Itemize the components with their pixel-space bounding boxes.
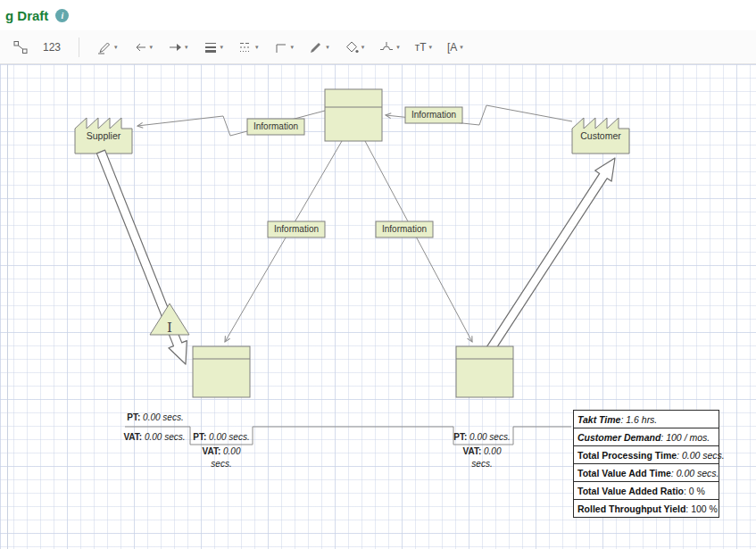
information-label-text: Information — [411, 110, 456, 120]
chevron-down-icon: ▾ — [114, 44, 118, 50]
numbering-button[interactable]: 123 — [38, 37, 65, 57]
vat-label-3: VAT: 0.00 secs. — [456, 445, 508, 470]
production-control-shape[interactable] — [325, 89, 382, 141]
process-box — [456, 346, 513, 397]
pencil-icon — [97, 40, 112, 54]
customer-label: Customer — [580, 130, 621, 141]
process2-shape[interactable] — [456, 346, 513, 397]
table-row: Total Processing Time: 0.00 secs. — [574, 446, 719, 464]
chevron-down-icon: ▾ — [185, 44, 188, 50]
fill-color-icon — [345, 40, 359, 54]
information-label-3[interactable]: Information — [268, 221, 325, 237]
fill-color-button[interactable]: ▾ — [340, 37, 370, 58]
vsm-summary-table[interactable]: Takt Time: 1.6 hrs. Customer Demand: 100… — [573, 410, 719, 518]
toolbar-divider — [79, 37, 79, 57]
information-label-text: Information — [382, 224, 427, 234]
connection-arrows-button[interactable] — [9, 37, 32, 58]
line-style-button[interactable]: ▾ — [234, 37, 263, 58]
chevron-down-icon: ▾ — [255, 44, 259, 50]
info-connector-to-process2[interactable] — [365, 141, 472, 342]
chevron-down-icon: ▾ — [460, 44, 463, 50]
info-connector-to-process1[interactable] — [225, 141, 342, 342]
arrow-left-icon — [133, 40, 147, 54]
table-row: Total Value Added Ratio: 0 % — [574, 482, 719, 500]
information-label-4[interactable]: Information — [376, 221, 433, 237]
brush-button[interactable]: ▾ — [304, 37, 334, 58]
information-label-1[interactable]: Information — [247, 119, 304, 135]
shipment-arrow-customer[interactable] — [486, 158, 615, 353]
supplier-label: Supplier — [87, 130, 121, 141]
brush-icon — [309, 40, 323, 54]
chevron-down-icon: ▾ — [429, 44, 433, 50]
format-toolbar: 123 ▾ ▾ ▾ ▾ ▾ — [0, 30, 756, 64]
information-label-text: Information — [253, 121, 298, 131]
line-jump-button[interactable]: ▾ — [375, 37, 404, 58]
line-jump-icon — [379, 40, 394, 54]
pt-label-3: PT: 0.00 secs. — [450, 431, 514, 444]
chevron-down-icon: ▾ — [361, 44, 365, 50]
vat-label-1: VAT: 0.00 secs. — [119, 431, 190, 444]
text-format-button[interactable]: [A ▾ — [443, 37, 468, 57]
connection-arrows-icon — [13, 40, 28, 54]
dashed-lines-icon — [238, 40, 253, 54]
table-row: Customer Demand: 100 / mos. — [574, 428, 719, 446]
table-row: Takt Time: 1.6 hrs. — [574, 411, 719, 428]
line-weight-icon — [204, 40, 218, 54]
connector-style-button[interactable]: ▾ — [270, 37, 299, 58]
inventory-label: I — [167, 320, 172, 336]
chevron-down-icon: ▾ — [326, 44, 329, 50]
elbow-connector-icon — [274, 40, 288, 54]
inventory-shape[interactable]: I — [150, 304, 189, 336]
pt-label-1: PT: 0.00 secs. — [124, 412, 187, 424]
chevron-down-icon: ▾ — [291, 44, 295, 50]
line-start-button[interactable]: ▾ — [129, 37, 158, 58]
customer-shape[interactable]: Customer — [572, 118, 629, 154]
information-label-2[interactable]: Information — [405, 107, 462, 123]
page-title: g Draft — [5, 8, 48, 23]
supplier-shape[interactable]: Supplier — [75, 118, 132, 154]
table-row: Rolled Throughput Yield: 100 % — [574, 500, 719, 517]
edge-style-button[interactable]: ▾ — [93, 37, 122, 58]
info-icon[interactable]: i — [55, 9, 69, 22]
vat-label-2: VAT: 0.00 secs. — [195, 445, 247, 470]
information-label-text: Information — [274, 224, 319, 234]
chevron-down-icon: ▾ — [220, 44, 224, 50]
process1-shape[interactable] — [193, 346, 250, 397]
text-format-icon: [A — [447, 41, 457, 54]
font-size-button[interactable]: тT ▾ — [411, 37, 436, 57]
line-weight-button[interactable]: ▾ — [199, 37, 228, 58]
pt-label-2: PT: 0.00 secs. — [189, 431, 253, 444]
process-box — [325, 89, 382, 141]
diagram-canvas[interactable]: Supplier Customer I — [0, 64, 756, 549]
line-end-button[interactable]: ▾ — [163, 37, 193, 58]
chevron-down-icon: ▾ — [396, 44, 400, 50]
numbering-label: 123 — [43, 41, 61, 54]
header-bar: g Draft i — [0, 0, 756, 30]
font-size-icon: тT — [415, 41, 427, 54]
chevron-down-icon: ▾ — [150, 44, 154, 50]
arrow-right-icon — [168, 40, 182, 54]
table-row: Total Value Add Time: 0.00 secs. — [574, 464, 719, 482]
process-box — [193, 346, 250, 397]
